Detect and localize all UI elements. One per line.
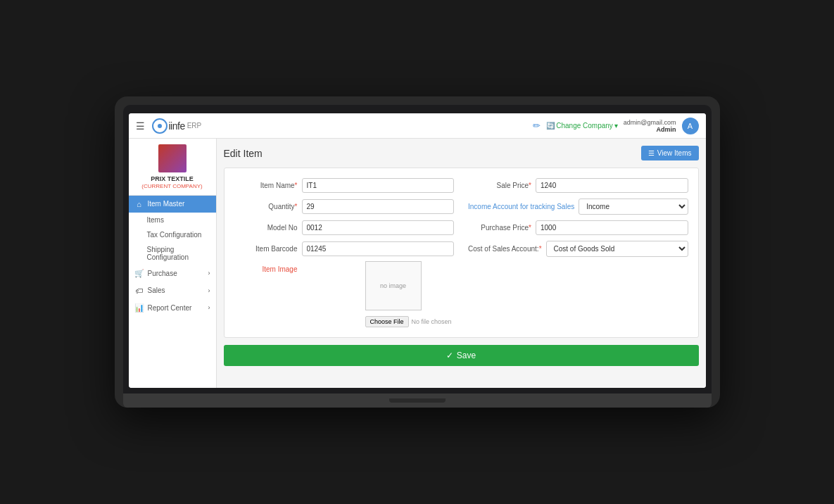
sale-price-input[interactable] <box>536 178 688 193</box>
file-name: No file chosen <box>412 318 452 325</box>
cost-of-sales-group: Cost of Sales Account: Cost of Goods Sol… <box>468 241 688 257</box>
navbar: ☰ iinfe ERP ✏ 🔄 Change Company <box>129 113 706 139</box>
save-icon: ✓ <box>446 351 453 360</box>
item-name-group: Item Name <box>234 178 455 193</box>
purchase-price-label: Purchase Price <box>468 224 531 232</box>
navbar-right: ✏ 🔄 Change Company ▾ admin@gmail.com Adm… <box>533 118 698 134</box>
sidebar-sub-shipping[interactable]: Shipping Configuration <box>129 242 216 265</box>
sales-arrow: › <box>208 287 210 294</box>
purchase-price-input[interactable] <box>536 220 688 235</box>
model-no-group: Model No <box>234 220 455 235</box>
user-info: admin@gmail.com Admin <box>624 119 676 133</box>
item-master-icon: ⌂ <box>134 200 144 208</box>
image-row: Item Image no image Choose File No file … <box>234 261 688 327</box>
view-items-button[interactable]: ☰ View Items <box>641 146 699 160</box>
page-header: Edit Item ☰ View Items <box>224 146 699 160</box>
sidebar: PRIX TEXTILE (CURRENT COMPANY) ⌂ Item Ma… <box>129 139 217 388</box>
sidebar-item-purchase[interactable]: 🛒 Purchase › <box>129 265 216 282</box>
save-button[interactable]: ✓ Save <box>224 345 699 366</box>
image-content: no image Choose File No file chosen <box>298 261 688 327</box>
purchase-icon: 🛒 <box>134 269 144 278</box>
sidebar-item-report[interactable]: 📊 Report Center › <box>129 299 216 317</box>
model-no-label: Model No <box>234 224 298 232</box>
sidebar-item-sales[interactable]: 🏷 Sales › <box>129 282 216 299</box>
report-icon: 📊 <box>134 303 144 313</box>
view-items-icon: ☰ <box>648 149 655 157</box>
quantity-input[interactable] <box>302 199 455 214</box>
sidebar-item-label-report: Report Center <box>148 304 205 312</box>
sale-price-group: Sale Price <box>468 178 688 193</box>
sidebar-item-label-sales: Sales <box>148 286 205 294</box>
main-layout: PRIX TEXTILE (CURRENT COMPANY) ⌂ Item Ma… <box>129 139 706 388</box>
income-account-group: Income Account for tracking Sales Income <box>468 199 688 215</box>
logo-dot <box>158 124 162 128</box>
company-section: PRIX TEXTILE (CURRENT COMPANY) <box>129 139 216 196</box>
file-upload-row: Choose File No file chosen <box>365 316 452 327</box>
sale-price-label: Sale Price <box>468 182 531 189</box>
menu-icon[interactable]: ☰ <box>136 120 145 132</box>
sidebar-sub-tax[interactable]: Tax Configuration <box>129 227 216 242</box>
sidebar-item-label-purchase: Purchase <box>148 270 205 277</box>
image-upload-area[interactable]: no image <box>365 261 422 310</box>
page-title: Edit Item <box>224 148 263 159</box>
item-name-label: Item Name <box>234 182 298 189</box>
change-company-button[interactable]: 🔄 Change Company ▾ <box>546 122 618 130</box>
item-barcode-group: Item Barcode <box>234 241 455 257</box>
purchase-arrow: › <box>208 270 210 277</box>
image-label: Item Image <box>234 261 298 273</box>
company-sub: (CURRENT COMPANY) <box>141 183 202 189</box>
model-no-input[interactable] <box>302 220 455 235</box>
sidebar-sub-items[interactable]: Items <box>129 213 216 227</box>
sales-icon: 🏷 <box>134 286 144 295</box>
income-account-label: Income Account for tracking Sales <box>468 203 574 211</box>
form-container: Item Name Sale Price Q <box>224 168 699 338</box>
form-grid: Item Name Sale Price Q <box>234 178 688 257</box>
avatar[interactable]: A <box>682 118 699 134</box>
sidebar-item-label-item-master: Item Master <box>148 200 210 208</box>
company-image <box>158 144 187 172</box>
income-account-select[interactable]: Income <box>579 199 688 215</box>
content-area: Edit Item ☰ View Items Item Name <box>217 139 706 388</box>
sidebar-item-item-master[interactable]: ⌂ Item Master <box>129 196 216 213</box>
company-name: PRIX TEXTILE <box>151 175 194 183</box>
change-company-icon: 🔄 <box>546 122 555 130</box>
report-arrow: › <box>208 304 210 311</box>
user-role: Admin <box>624 126 676 133</box>
cost-of-sales-label: Cost of Sales Account: <box>468 245 542 253</box>
item-barcode-label: Item Barcode <box>234 245 298 253</box>
cost-of-sales-select[interactable]: Cost of Goods Sold <box>546 241 688 257</box>
quantity-label: Quantity <box>234 203 298 210</box>
change-company-arrow: ▾ <box>614 122 618 130</box>
item-name-input[interactable] <box>302 178 455 193</box>
logo-text: iinfe <box>169 120 185 132</box>
logo: iinfe ERP <box>152 118 202 134</box>
save-label: Save <box>457 351 476 360</box>
file-choose-button[interactable]: Choose File <box>365 316 409 327</box>
logo-erp: ERP <box>187 122 202 130</box>
pencil-icon[interactable]: ✏ <box>533 120 541 131</box>
logo-circle <box>152 118 168 134</box>
item-barcode-input[interactable] <box>302 241 455 256</box>
purchase-price-group: Purchase Price <box>468 220 688 235</box>
no-image-text: no image <box>380 282 406 289</box>
quantity-group: Quantity <box>234 199 455 215</box>
user-email: admin@gmail.com <box>624 119 676 126</box>
